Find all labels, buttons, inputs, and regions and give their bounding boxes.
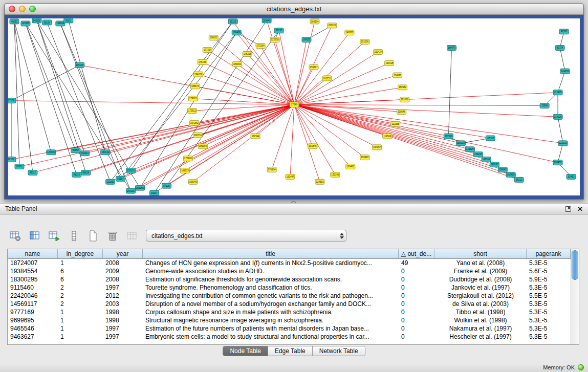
graph-node[interactable]: 105493: [360, 155, 369, 160]
tab-node-table[interactable]: Node Table: [223, 346, 268, 356]
graph-node[interactable]: 85061: [15, 164, 24, 169]
graph-node[interactable]: 140118: [32, 18, 41, 23]
table-row[interactable]: 1872400712008Changes of HCN gene express…: [8, 259, 571, 267]
graph-node[interactable]: 151530: [360, 39, 369, 45]
graph-node[interactable]: 160952: [398, 85, 407, 90]
graph-node[interactable]: 108453: [553, 160, 562, 165]
graph-node[interactable]: 95111: [64, 18, 73, 23]
graph-node[interactable]: 125317: [486, 136, 495, 141]
graph-node[interactable]: 148323: [345, 30, 354, 35]
graph-node[interactable]: 122618: [270, 37, 279, 42]
graph-node[interactable]: 159817: [309, 64, 318, 70]
graph-node[interactable]: 85123: [228, 19, 237, 24]
graph-node[interactable]: 91505: [559, 29, 569, 34]
graph-node[interactable]: 104115: [126, 188, 136, 193]
graph-node[interactable]: 96112: [514, 177, 524, 182]
tab-edge-table[interactable]: Edge Table: [268, 346, 313, 356]
graph-node[interactable]: 167919: [444, 134, 453, 139]
graph-node[interactable]: 177314: [203, 48, 212, 53]
graph-node[interactable]: 112405: [553, 90, 562, 95]
graph-node[interactable]: 154957: [373, 145, 382, 150]
graph-node[interactable]: 131604: [56, 21, 65, 26]
column-header-pagerank[interactable]: pagerank: [527, 249, 571, 258]
table-mode-icon[interactable]: [8, 229, 23, 243]
graph-node[interactable]: 205139: [75, 62, 84, 68]
graph-node[interactable]: 163904: [310, 19, 319, 24]
vertical-scrollbar[interactable]: [571, 249, 579, 344]
graph-node[interactable]: 90158: [71, 148, 80, 153]
network-canvas[interactable]: 1724018801217731417515619420318667417980…: [8, 18, 580, 195]
column-header-short[interactable]: short: [434, 249, 527, 258]
graph-node[interactable]: 141125: [465, 147, 474, 152]
table-row[interactable]: 946362711997Embryonic stem cells: a mode…: [8, 333, 571, 341]
graph-node[interactable]: 95013: [72, 172, 81, 177]
column-header-out_de[interactable]: △ out_de...: [399, 249, 434, 258]
graph-node[interactable]: 124553: [315, 179, 324, 184]
graph-node[interactable]: 119235: [490, 162, 499, 167]
window-titlebar[interactable]: citations_edges.txt: [5, 4, 583, 15]
table-row[interactable]: 1456911722003Disruption of a novel membe…: [8, 300, 571, 308]
graph-node[interactable]: 151845: [308, 144, 317, 149]
graph-node[interactable]: 150132: [101, 150, 110, 155]
graph-node[interactable]: 123185: [21, 21, 30, 26]
graph-node[interactable]: 166409: [232, 30, 241, 35]
graph-node[interactable]: 121068: [400, 97, 409, 102]
graph-node[interactable]: 150318: [456, 141, 465, 146]
graph-node[interactable]: 119543: [383, 134, 392, 139]
graph-node[interactable]: 45093: [10, 19, 19, 24]
graph-node[interactable]: 157122: [328, 23, 337, 28]
graph-node[interactable]: 92103: [8, 157, 16, 162]
graph-node[interactable]: 168215: [180, 168, 189, 173]
graph-node[interactable]: 169640: [262, 18, 271, 23]
tab-network-table[interactable]: Network Table: [313, 346, 365, 356]
graph-node[interactable]: 161447: [286, 174, 295, 179]
table-row[interactable]: 977716911998Corpus callosum shape and si…: [8, 308, 571, 316]
table-row[interactable]: 946554611997Estimation of the future num…: [8, 324, 571, 333]
graph-node[interactable]: 102450: [506, 172, 515, 177]
graph-node[interactable]: 121509: [106, 179, 115, 184]
graph-node[interactable]: 98137: [274, 28, 284, 33]
graph-node[interactable]: 121033: [558, 141, 568, 146]
table-row[interactable]: 2242004622012Investigating the contribut…: [8, 292, 571, 300]
graph-node[interactable]: 176104: [267, 167, 276, 172]
column-header-title[interactable]: title: [143, 249, 399, 258]
import-table-icon[interactable]: [125, 229, 139, 243]
graph-node[interactable]: 128514: [482, 157, 491, 162]
graph-node[interactable]: 98104: [42, 20, 52, 25]
table-row[interactable]: 1938455462009Genome-wide association stu…: [8, 267, 571, 275]
graph-node[interactable]: 87126: [162, 183, 171, 188]
graph-node[interactable]: 150427: [374, 49, 383, 54]
graph-node[interactable]: 139110: [126, 168, 136, 173]
graph-node[interactable]: 82734: [555, 46, 564, 51]
column-header-year[interactable]: year: [103, 249, 143, 258]
graph-node[interactable]: 17240: [290, 102, 299, 107]
create-column-icon[interactable]: [47, 229, 61, 243]
graph-node[interactable]: 194203: [193, 72, 203, 77]
graph-node[interactable]: 171004: [256, 43, 265, 49]
graph-node[interactable]: 104533: [560, 69, 570, 74]
graph-node[interactable]: 109143: [498, 167, 507, 172]
table-row[interactable]: 1830029562008Estimation of significance …: [8, 275, 571, 283]
graph-node[interactable]: 15958: [540, 103, 549, 108]
graph-node[interactable]: 91037: [150, 190, 159, 195]
column-strip-icon[interactable]: [67, 229, 81, 243]
table-row[interactable]: 911546021997Tourette syndrome. Phenomeno…: [8, 283, 571, 292]
graph-node[interactable]: 186473: [447, 46, 456, 51]
new-document-icon[interactable]: [86, 229, 100, 243]
graph-node[interactable]: 102114: [80, 151, 90, 156]
graph-node[interactable]: 114226: [553, 114, 562, 119]
float-panel-icon[interactable]: [565, 206, 571, 212]
graph-node[interactable]: 175156: [198, 59, 207, 64]
graph-node[interactable]: 190774: [193, 133, 202, 138]
graph-node[interactable]: 92450: [567, 174, 576, 179]
graph-node[interactable]: 172512: [187, 108, 197, 113]
delete-icon[interactable]: [105, 229, 120, 243]
graph-node[interactable]: 159340: [188, 179, 198, 184]
graph-node[interactable]: 175420: [183, 156, 192, 161]
graph-node[interactable]: 186674: [190, 84, 200, 89]
graph-node[interactable]: 118046: [397, 109, 406, 114]
graph-node[interactable]: 188012: [209, 35, 218, 40]
graph-node[interactable]: 93154: [116, 176, 125, 181]
graph-node[interactable]: 256065: [136, 185, 145, 190]
graph-node[interactable]: 88124: [81, 170, 91, 175]
